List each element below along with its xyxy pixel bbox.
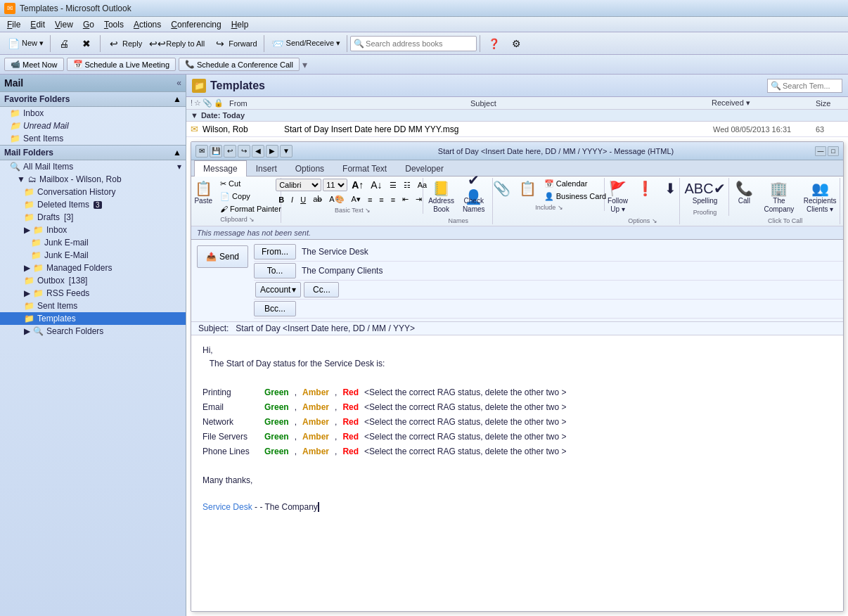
size-column-header[interactable]: Size — [816, 99, 844, 108]
calendar-button[interactable]: 📅 Calendar — [541, 178, 610, 190]
check-names-button[interactable]: ✔👤 CheckNames — [457, 178, 490, 216]
indent-increase-button[interactable]: ⇥ — [413, 193, 425, 205]
cut-button[interactable]: ✂ Cut — [217, 178, 284, 190]
sidebar-item-all-mail[interactable]: 🔍 All Mail Items ▾ — [0, 160, 186, 173]
meet-now-button[interactable]: 📹 Meet Now — [4, 58, 64, 71]
help-button[interactable]: ❓ — [483, 34, 504, 53]
schedule-conference-button[interactable]: 📞 Schedule a Conference Call — [179, 58, 300, 71]
business-card-button[interactable]: 👤 Business Card — [541, 191, 610, 203]
recipients-clients-button[interactable]: 👥 RecipientsClients ▾ — [802, 178, 837, 216]
bullet-list-button[interactable]: ☰ — [387, 179, 399, 191]
menu-help[interactable]: Help — [227, 18, 253, 31]
forward-button[interactable]: ↪ Forward — [210, 34, 260, 53]
menu-view[interactable]: View — [51, 18, 77, 31]
align-right-button[interactable]: ≡ — [388, 194, 398, 205]
msg-tab-insert[interactable]: Insert — [247, 160, 286, 177]
from-column-header[interactable]: From — [229, 99, 465, 108]
sidebar-item-sent-fav[interactable]: 📁 Sent Items — [0, 132, 186, 145]
msg-arrow-left[interactable]: ◀ — [252, 145, 264, 158]
account-button[interactable]: Account ▾ — [255, 282, 301, 297]
schedule-live-meeting-button[interactable]: 📅 Schedule a Live Meeting — [67, 58, 176, 71]
menu-edit[interactable]: Edit — [26, 18, 49, 31]
mail-folders-collapse[interactable]: ▲ — [173, 148, 181, 158]
font-shrink-button[interactable]: A↓ — [368, 178, 385, 192]
sidebar-item-mailbox[interactable]: ▼ 🗂 Mailbox - Wilson, Rob — [0, 173, 186, 186]
address-search-bar[interactable]: 🔍 — [350, 36, 477, 51]
strikethrough-button[interactable]: ab̶ — [310, 193, 325, 205]
menu-tools[interactable]: Tools — [100, 18, 128, 31]
sidebar-item-search-folders[interactable]: ▶ 🔍 Search Folders — [0, 325, 186, 338]
msg-arrow-right[interactable]: ▶ — [266, 145, 278, 158]
sidebar-item-unread-mail[interactable]: 📁 Unread Mail — [0, 120, 186, 132]
sidebar-item-inbox[interactable]: ▶ 📁 Inbox — [0, 224, 186, 236]
bcc-button[interactable]: Bcc... — [254, 301, 296, 316]
menu-go[interactable]: Go — [79, 18, 98, 31]
copy-button[interactable]: 📄 Copy — [217, 191, 284, 203]
font-size-selector[interactable]: 11 — [323, 179, 347, 191]
underline-button[interactable]: U — [297, 194, 309, 205]
italic-button[interactable]: I — [288, 194, 296, 205]
sidebar-item-templates[interactable]: 📁 Templates — [0, 312, 186, 325]
sidebar-item-managed-folders[interactable]: ▶ 📁 Managed Folders — [0, 262, 186, 274]
follow-up-button[interactable]: 🚩 FollowUp ▾ — [604, 178, 631, 216]
cc-button[interactable]: Cc... — [304, 282, 339, 297]
favorite-folders-collapse[interactable]: ▲ — [173, 94, 181, 104]
format-painter-button[interactable]: 🖌 Format Painter — [217, 203, 284, 214]
address-book-button[interactable]: 📒 AddressBook — [427, 178, 456, 216]
company-button[interactable]: 🏢 The Company — [757, 178, 801, 216]
subject-column-header[interactable]: Subject — [470, 99, 706, 108]
send-receive-button[interactable]: 📨 Send/Receive ▾ — [267, 34, 345, 53]
sidebar-item-deleted-items[interactable]: 📁 Deleted Items 3 — [0, 198, 186, 211]
align-center-button[interactable]: ≡ — [376, 194, 386, 205]
msg-tab-developer[interactable]: Developer — [396, 160, 453, 177]
bold-button[interactable]: B — [276, 194, 287, 205]
attach-file-button[interactable]: 📎 — [489, 178, 514, 199]
received-column-header[interactable]: Received ▾ — [712, 98, 810, 108]
msg-tab-options[interactable]: Options — [286, 160, 333, 177]
all-mail-dropdown[interactable]: ▾ — [177, 162, 181, 172]
sidebar-item-drafts[interactable]: 📁 Drafts [3] — [0, 211, 186, 224]
msg-restore-button[interactable]: □ — [828, 146, 839, 156]
sidebar-item-sent-items[interactable]: 📁 Sent Items — [0, 300, 186, 312]
content-search-input[interactable] — [783, 82, 839, 90]
paste-button[interactable]: 📋 Paste — [191, 178, 216, 207]
sidebar-item-conversation-history[interactable]: 📁 Conversation History — [0, 186, 186, 198]
menu-actions[interactable]: Actions — [129, 18, 165, 31]
msg-save-icon[interactable]: 💾 — [210, 145, 222, 158]
new-button[interactable]: 📄 New ▾ — [3, 34, 47, 53]
indent-decrease-button[interactable]: ⇤ — [399, 193, 411, 205]
font-selector[interactable]: Calibri — [276, 179, 321, 191]
msg-body[interactable]: Hi, The Start of Day status for the Serv… — [191, 335, 843, 611]
msg-tab-message[interactable]: Message — [194, 160, 247, 177]
email-row[interactable]: ✉ Wilson, Rob Start of Day Insert Date h… — [186, 122, 848, 137]
sidebar-item-inbox-fav[interactable]: 📁 Inbox — [0, 107, 186, 120]
attach-item-button[interactable]: 📋 — [515, 178, 540, 199]
sidebar-item-rss-feeds[interactable]: ▶ 📁 RSS Feeds — [0, 287, 186, 300]
msg-tab-format-text[interactable]: Format Text — [333, 160, 396, 177]
delete-button[interactable]: ✖ — [76, 34, 97, 53]
sidebar-collapse-button[interactable]: « — [176, 78, 181, 88]
msg-minimize-button[interactable]: — — [815, 146, 826, 156]
send-button[interactable]: 📤 Send — [197, 245, 248, 268]
reply-button[interactable]: ↩ Reply — [103, 34, 146, 53]
sidebar-item-junk-email-2[interactable]: 📁 Junk E-Mail — [0, 249, 186, 262]
menu-file[interactable]: File — [3, 18, 25, 31]
subject-value[interactable]: Start of Day <Insert Date here, DD / MM … — [236, 323, 840, 333]
to-button[interactable]: To... — [254, 263, 296, 278]
number-list-button[interactable]: ☷ — [401, 179, 413, 191]
font-color-button[interactable]: A▾ — [349, 193, 364, 205]
font-grow-button[interactable]: A↑ — [349, 178, 366, 192]
msg-redo-icon[interactable]: ↪ — [238, 145, 250, 158]
sidebar-item-junk-email-1[interactable]: 📁 Junk E-mail — [0, 236, 186, 249]
msg-menu-icon[interactable]: ▼ — [280, 145, 293, 158]
high-importance-button[interactable]: ❗ — [633, 178, 657, 199]
menu-conferencing[interactable]: Conferencing — [167, 18, 225, 31]
date-group-expand[interactable]: ▼ — [191, 111, 198, 120]
address-search-input[interactable] — [366, 39, 464, 48]
low-importance-button[interactable]: ⬇ — [659, 178, 681, 199]
content-search-bar[interactable]: 🔍 — [767, 79, 842, 93]
toolbar2-overflow[interactable]: ▾ — [302, 59, 307, 70]
spelling-button[interactable]: ABC✔ Spelling — [681, 178, 729, 207]
msg-undo-icon[interactable]: ↩ — [224, 145, 236, 158]
call-button[interactable]: 📞 Call — [733, 178, 755, 207]
